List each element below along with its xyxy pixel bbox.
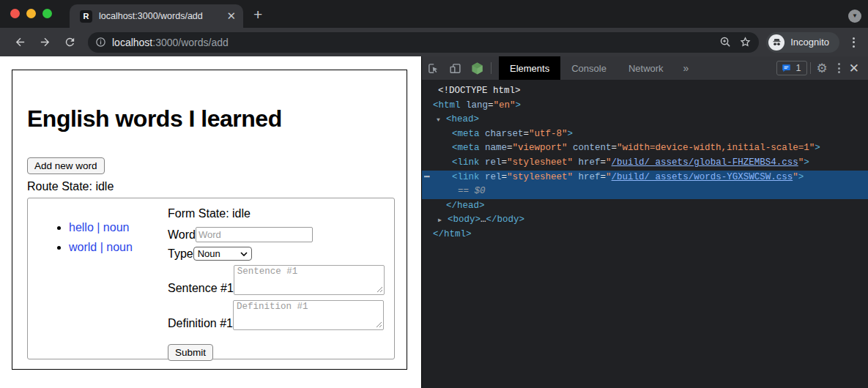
settings-gear-icon[interactable]: ⚙ [817, 62, 828, 75]
chevron-down-icon: ▼ [852, 13, 858, 19]
dom-node-line[interactable]: <!DOCTYPE html> [422, 84, 868, 99]
submit-button[interactable]: Submit [168, 344, 213, 361]
expand-arrow-open-icon[interactable]: ▼ [437, 113, 440, 127]
dom-token: = [524, 129, 530, 139]
dom-node-line[interactable]: </html> [422, 228, 868, 242]
route-state-text: Route State: idle [27, 180, 392, 193]
dom-token: = [601, 172, 607, 182]
issues-counter[interactable]: 1 [776, 61, 807, 75]
dom-token: > [568, 129, 574, 139]
word-link[interactable]: hello | noun [69, 221, 129, 234]
dom-token: <html [433, 100, 461, 111]
dom-node-line[interactable]: <meta name="viewport" content="width=dev… [422, 141, 868, 156]
devtools-tab-console[interactable]: Console [560, 56, 617, 80]
dom-token: </head> [446, 201, 485, 211]
dom-token: rel [480, 172, 502, 182]
dom-token: "viewport" [513, 143, 568, 153]
tab-search-button[interactable]: ▼ [848, 10, 861, 23]
bookmark-button[interactable] [739, 36, 752, 48]
words-column: hello | nounworld | noun [28, 198, 168, 359]
dom-token: <meta [452, 143, 480, 153]
forward-arrow-icon [39, 36, 51, 48]
issues-count: 1 [796, 63, 801, 73]
dom-node-line[interactable]: <meta charset="utf-8"> [422, 127, 868, 142]
devtools-tab-network[interactable]: Network [617, 56, 675, 80]
dom-token: … [481, 214, 486, 225]
browser-menu-button[interactable] [848, 37, 859, 48]
dom-node-line[interactable]: == $0 [422, 184, 868, 199]
select-chevron-icon [240, 252, 248, 256]
dom-node-line[interactable]: </head> [422, 199, 868, 214]
dom-node-line[interactable]: <html lang="en"> [422, 99, 868, 113]
dom-token: /build/_assets/words-YGXSWCSW.css [612, 172, 793, 182]
dom-token: "stylesheet" [507, 157, 573, 168]
inspect-cursor-icon [427, 62, 439, 75]
maximize-window-button[interactable] [42, 9, 52, 18]
devtools-tab-elements[interactable]: Elements [499, 56, 560, 80]
expand-arrow-closed-icon[interactable]: ▶ [438, 213, 442, 228]
sentence-textarea[interactable] [234, 265, 385, 295]
back-button[interactable] [9, 31, 31, 53]
devtools-close-icon[interactable]: ✕ [847, 61, 868, 76]
inspect-element-button[interactable] [422, 59, 444, 78]
dom-token: "en" [494, 100, 516, 111]
node-adorner-dots[interactable]: ⋯ [424, 171, 429, 185]
dom-token: <meta [452, 129, 480, 139]
close-window-button[interactable] [10, 9, 20, 18]
word-input[interactable] [196, 227, 313, 242]
dom-token: = [488, 100, 494, 111]
dom-token: href [573, 157, 601, 168]
incognito-label: Incognito [790, 37, 829, 48]
star-icon [739, 36, 752, 48]
dom-token: href [573, 172, 601, 182]
web-page: English words I learned Add new word Rou… [0, 56, 421, 388]
tab-title: localhost:3000/words/add [99, 11, 222, 21]
dom-token: = [601, 157, 607, 168]
more-tabs-button[interactable]: » [675, 62, 698, 74]
type-select[interactable]: Noun [193, 247, 252, 261]
node-devtools-icon[interactable] [466, 59, 488, 78]
browser-toolbar: localhost:3000/words/add Incognito [0, 28, 868, 56]
tab-close-icon[interactable]: ✕ [226, 10, 236, 23]
dom-node-line[interactable]: ⋯<link rel="stylesheet" href="/build/_as… [422, 171, 868, 185]
word-label: Word [168, 228, 196, 242]
add-new-word-button[interactable]: Add new word [27, 157, 105, 174]
address-bar[interactable]: localhost:3000/words/add [88, 32, 759, 53]
dom-token: <link [452, 157, 480, 168]
words-panel: hello | nounworld | noun Form State: idl… [27, 198, 395, 359]
dom-token: > [516, 100, 522, 111]
zoom-button[interactable] [719, 36, 732, 48]
app-container: English words I learned Add new word Rou… [12, 70, 407, 370]
dom-token: = [502, 157, 508, 168]
definition-textarea[interactable] [233, 300, 384, 330]
browser-tab[interactable]: R localhost:3000/words/add ✕ [70, 4, 243, 28]
dom-token: > [815, 143, 820, 153]
dom-token: "stylesheet" [507, 172, 573, 182]
new-tab-button[interactable]: + [253, 6, 262, 23]
dom-token: "utf-8" [529, 129, 568, 139]
dom-token: > [804, 157, 809, 168]
dom-node-line[interactable]: <link rel="stylesheet" href="/build/_ass… [422, 156, 868, 171]
minimize-window-button[interactable] [26, 9, 36, 18]
issues-bubble-icon [781, 63, 792, 73]
reload-button[interactable] [59, 31, 81, 53]
dom-token: " [606, 157, 612, 168]
words-list: hello | nounworld | noun [28, 221, 168, 254]
forward-button[interactable] [34, 31, 56, 53]
type-label: Type [168, 247, 193, 261]
dom-node-line[interactable]: ▶<body>…</body> [422, 213, 868, 228]
word-link[interactable]: world | noun [69, 241, 133, 253]
dom-token: <!DOCTYPE html> [438, 86, 521, 96]
definition-label: Definition #1 [168, 317, 233, 330]
dom-token: rel [480, 157, 502, 168]
dom-token: content [568, 143, 612, 153]
word-list-item: hello | noun [69, 221, 168, 234]
page-title: English words I learned [27, 107, 392, 131]
dom-node-line[interactable]: ▼<head> [422, 113, 868, 127]
dom-token: <body> [448, 214, 481, 225]
devtools-menu-button[interactable] [831, 63, 847, 73]
toolbar-divider [491, 62, 492, 74]
dom-token: charset [480, 129, 524, 139]
device-toolbar-button[interactable] [444, 59, 466, 78]
page-info-icon[interactable] [95, 37, 106, 48]
